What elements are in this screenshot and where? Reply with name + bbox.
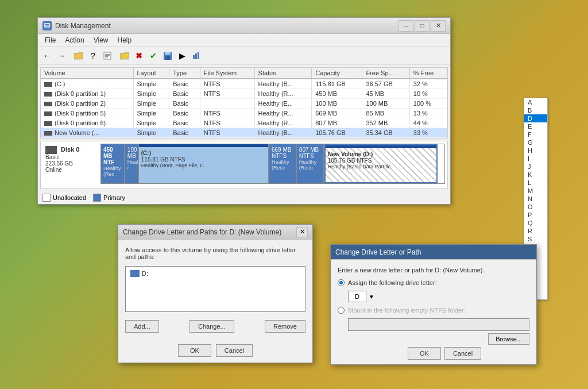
drive-letter-item-k[interactable]: K	[524, 171, 547, 179]
drive-letter-item-j[interactable]: J	[524, 163, 547, 171]
toolbar: ← → ? ✖ ✔ ▶	[38, 47, 450, 65]
cell-layout: Simple	[133, 118, 169, 128]
dialog-path-ok[interactable]: OK	[408, 347, 441, 360]
cell-pct: 10 %	[409, 89, 447, 99]
toolbar-folder[interactable]	[72, 49, 86, 63]
cell-volume: (Disk 0 partition 1)	[41, 89, 133, 99]
menu-help[interactable]: Help	[113, 35, 137, 45]
drive-letter-item-m[interactable]: M	[524, 187, 547, 195]
svg-rect-9	[165, 52, 171, 55]
toolbar-run[interactable]: ▶	[175, 49, 189, 63]
table-row[interactable]: (Disk 0 partition 1) Simple Basic NTFS H…	[41, 89, 447, 99]
table-row[interactable]: (Disk 0 partition 2) Simple Basic Health…	[41, 99, 447, 109]
drive-letter-item-g[interactable]: G	[524, 138, 547, 147]
drive-letter-select-row: ▼	[338, 291, 529, 302]
drive-letter-item-r[interactable]: R	[524, 227, 547, 235]
dialog-description: Allow access to this volume by using the…	[125, 247, 305, 260]
add-button[interactable]: Add...	[125, 320, 159, 333]
toolbar-folder2[interactable]	[118, 49, 131, 63]
drive-letter-item-i[interactable]: I	[524, 155, 547, 163]
toolbar-delete[interactable]: ✖	[132, 49, 146, 63]
toolbar-check[interactable]: ✔	[146, 49, 160, 63]
table-row[interactable]: (Disk 0 partition 5) Simple Basic NTFS H…	[41, 109, 447, 118]
window-controls: ─ □ ✕	[399, 20, 446, 32]
toolbar-properties[interactable]	[100, 49, 114, 63]
browse-button[interactable]: Browse...	[488, 333, 529, 345]
disk-status: Online	[45, 167, 98, 173]
toolbar-save[interactable]	[161, 49, 175, 63]
drive-icon	[130, 270, 140, 277]
drive-letter-input[interactable]	[348, 291, 366, 302]
dialog-cancel-button[interactable]: Cancel	[216, 344, 253, 357]
drive-letter-item-e[interactable]: E	[524, 122, 547, 130]
dialog-path-cancel[interactable]: Cancel	[444, 347, 481, 360]
close-button[interactable]: ✕	[431, 20, 446, 32]
disk-type: Basic	[45, 154, 98, 160]
partition-c[interactable]: (C:) 115.81 GB NTFS Healthy (Boot, Page …	[139, 144, 269, 183]
maximize-button[interactable]: □	[415, 20, 430, 32]
dialog-drive-path-footer: OK Cancel	[331, 342, 488, 364]
toolbar-back[interactable]: ←	[40, 49, 54, 63]
dialog-ok-button[interactable]: OK	[178, 344, 211, 357]
legend-primary-box	[93, 194, 101, 202]
cell-pct: 44 %	[409, 118, 447, 128]
partition-669mb[interactable]: 669 MB NTFS Healthy (Recc	[269, 144, 297, 183]
disk-label: Disk 0 Basic 223.56 GB Online	[43, 144, 100, 184]
menu-action[interactable]: Action	[60, 35, 88, 45]
legend-primary-label: Primary	[103, 194, 125, 201]
cell-status: Healthy (B...	[254, 79, 312, 89]
drive-letter-item-f[interactable]: F	[524, 130, 547, 138]
cell-layout: Simple	[133, 109, 169, 118]
cell-status: Healthy (R...	[254, 109, 312, 118]
minimize-button[interactable]: ─	[399, 20, 413, 32]
dialog-drive-path-titlebar: Change Drive Letter or Path	[331, 245, 536, 260]
cell-status: Healthy (R...	[254, 89, 312, 99]
cell-fs: NTFS	[200, 89, 254, 99]
toolbar-forward[interactable]: →	[55, 49, 68, 63]
drive-letter-item-h[interactable]: H	[524, 147, 547, 155]
menu-view[interactable]: View	[89, 35, 113, 45]
dialog-ok-cancel-row: OK Cancel	[118, 342, 312, 363]
drive-letter-item-p[interactable]: P	[524, 211, 547, 219]
menu-file[interactable]: File	[40, 35, 60, 45]
change-button[interactable]: Change...	[189, 320, 234, 333]
partition-807mb[interactable]: 807 MB NTFS Healthy (Reco	[297, 144, 324, 183]
dialog-change-drive-close[interactable]: ✕	[296, 227, 308, 237]
svg-rect-13	[198, 52, 199, 59]
drive-letter-item-s[interactable]: S	[524, 235, 547, 243]
window-icon	[42, 21, 52, 30]
col-layout: Layout	[133, 68, 169, 79]
toolbar-chart[interactable]	[189, 49, 203, 63]
table-row[interactable]: (C:) Simple Basic NTFS Healthy (B... 115…	[41, 79, 447, 89]
drive-letter-item-q[interactable]: Q	[524, 219, 547, 227]
dropdown-arrow[interactable]: ▼	[369, 294, 374, 300]
disk-viz-area: Disk 0 Basic 223.56 GB Online 450 MB NTF…	[40, 141, 448, 189]
partition-new-volume[interactable]: New Volume (D:) 105.76 GB NTFS Healthy (…	[324, 144, 438, 183]
drive-letter-item-a[interactable]: A	[524, 98, 547, 106]
cell-layout: Simple	[133, 99, 169, 109]
drive-letter-item-n[interactable]: N	[524, 195, 547, 203]
cell-type: Basic	[169, 118, 200, 128]
cell-fs: NTFS	[200, 109, 254, 118]
legend-unallocated-box	[42, 194, 51, 202]
drive-list-item[interactable]: D:	[128, 269, 303, 278]
drive-letter-item-d[interactable]: D	[524, 114, 547, 122]
dialog-subtitle: Enter a new drive letter or path for D: …	[338, 267, 529, 274]
cell-capacity: 450 MB	[312, 89, 362, 99]
svg-rect-10	[165, 56, 170, 60]
table-row[interactable]: (Disk 0 partition 6) Simple Basic NTFS H…	[41, 118, 447, 128]
radio-assign[interactable]	[338, 279, 345, 286]
partition-100mb[interactable]: 100 MB Healthy r	[125, 144, 139, 183]
ntfs-path-input[interactable]	[348, 318, 529, 331]
remove-button[interactable]: Remove	[265, 320, 305, 333]
drive-letter-item-l[interactable]: L	[524, 179, 547, 187]
drive-letter-item-o[interactable]: O	[524, 203, 547, 211]
cell-free: 352 MB	[362, 118, 409, 128]
table-row[interactable]: New Volume (... Simple Basic NTFS Health…	[41, 128, 447, 138]
partition-450mb[interactable]: 450 MB NTF Healthy (Rec	[101, 144, 125, 183]
toolbar-help[interactable]: ?	[86, 49, 100, 63]
disk-name: Disk 0	[45, 146, 98, 154]
radio-mount[interactable]	[338, 307, 345, 314]
cell-free: 36.57 GB	[362, 79, 409, 89]
drive-letter-item-b[interactable]: B	[524, 106, 547, 114]
